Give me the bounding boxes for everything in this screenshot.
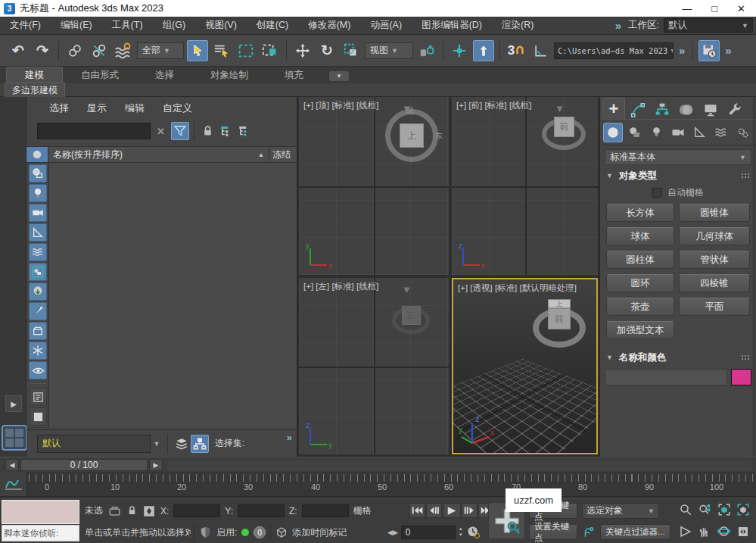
- zoom-all-icon[interactable]: [698, 503, 712, 516]
- workspace-dropdown[interactable]: 默认 ▼: [664, 18, 753, 33]
- menu-modifiers[interactable]: 修改器(M): [298, 17, 360, 34]
- display-groups-toggle[interactable]: [29, 263, 47, 281]
- explorer-search-input[interactable]: [37, 123, 151, 139]
- search-filter-button[interactable]: [171, 122, 189, 140]
- display-frozen-toggle[interactable]: [29, 342, 47, 360]
- set-key-button[interactable]: 设置关键点: [529, 524, 577, 540]
- angle-snap-toggle-icon[interactable]: [530, 40, 551, 61]
- key-step-arrows-icon[interactable]: ◀▶: [387, 529, 398, 536]
- next-frame-button[interactable]: [462, 503, 478, 518]
- close-button[interactable]: ✕: [737, 3, 745, 14]
- viewcube-perspective[interactable]: 上 前: [531, 296, 587, 352]
- y-coordinate-field[interactable]: [238, 504, 285, 517]
- time-configuration-icon[interactable]: [466, 525, 481, 539]
- adaptive-degradation-shield-icon[interactable]: [199, 526, 212, 539]
- object-name-input[interactable]: [605, 369, 727, 385]
- box-button[interactable]: 长方体: [606, 204, 674, 222]
- window-crossing-toggle[interactable]: [260, 40, 281, 61]
- category-cameras[interactable]: [668, 123, 688, 142]
- expand-hierarchy-icon[interactable]: [217, 122, 235, 140]
- x-coordinate-field[interactable]: [173, 504, 220, 517]
- time-slider-handle[interactable]: 0 / 100: [20, 459, 148, 471]
- tab-utilities[interactable]: [723, 101, 746, 119]
- category-geometry[interactable]: [603, 123, 623, 142]
- explorer-overflow-icon[interactable]: »: [287, 432, 292, 443]
- bind-spacewarp-icon[interactable]: [113, 40, 134, 61]
- geosphere-button[interactable]: 几何球体: [679, 227, 750, 245]
- mini-curve-editor-button[interactable]: [0, 472, 27, 496]
- select-object-button[interactable]: [187, 40, 208, 61]
- keyable-icon[interactable]: [582, 526, 596, 539]
- select-by-name-button[interactable]: [211, 40, 232, 61]
- viewport-front-label[interactable]: [+] [前] [标准] [线框]: [456, 100, 531, 111]
- unlink-icon[interactable]: [89, 40, 110, 61]
- use-pivot-center-button[interactable]: [416, 40, 437, 61]
- viewcube-top[interactable]: 上 北 东: [384, 108, 440, 164]
- tab-hierarchy[interactable]: [651, 101, 674, 119]
- previous-frame-button[interactable]: [426, 503, 442, 518]
- object-type-rollout[interactable]: ▼ 对象类型: [603, 168, 753, 183]
- tab-modify[interactable]: [627, 101, 649, 119]
- viewport-left[interactable]: [+] [左] [标准] [线框] ▼ 左 yz: [299, 278, 449, 454]
- orbit-icon[interactable]: [717, 524, 731, 538]
- go-to-start-button[interactable]: [409, 503, 425, 518]
- command-panel-scrollbar[interactable]: [753, 97, 755, 457]
- tube-button[interactable]: 管状体: [679, 251, 750, 269]
- undo-button[interactable]: ↶: [8, 40, 29, 61]
- redo-button[interactable]: ↷: [32, 40, 53, 61]
- selection-lock-icon[interactable]: [126, 504, 138, 517]
- explorer-object-list[interactable]: [48, 163, 297, 428]
- name-color-rollout[interactable]: ▼ 名称和颜色: [603, 350, 753, 365]
- select-move-button[interactable]: [292, 40, 313, 61]
- explorer-blank-icon[interactable]: [29, 407, 47, 426]
- pyramid-button[interactable]: 四棱锥: [679, 274, 750, 292]
- selection-filter-dropdown[interactable]: 全部 ▼: [137, 42, 184, 59]
- ribbon-tab-populate[interactable]: 填充: [266, 67, 322, 83]
- display-lights-toggle[interactable]: [29, 184, 47, 202]
- zoom-extents-icon[interactable]: [717, 503, 731, 516]
- minimize-button[interactable]: —: [682, 3, 692, 14]
- clear-search-icon[interactable]: ✕: [157, 126, 165, 137]
- menu-overflow-icon[interactable]: »: [615, 19, 621, 32]
- project-folder-field[interactable]: C:\Users\ad⋯ds Max 2023 ▼: [554, 42, 674, 59]
- category-helpers[interactable]: [690, 123, 710, 142]
- torus-button[interactable]: 圆环: [606, 274, 674, 292]
- sort-by-type-column[interactable]: [26, 147, 48, 162]
- mini-listener-label[interactable]: 脚本迷你侦听:: [2, 525, 79, 541]
- ribbon-subtab-polygon-modeling[interactable]: 多边形建模: [5, 83, 65, 98]
- menu-create[interactable]: 创建(C): [247, 17, 298, 34]
- display-spacewarps-toggle[interactable]: [29, 243, 47, 261]
- collapse-hierarchy-icon[interactable]: [235, 122, 254, 140]
- teapot-button[interactable]: 茶壶: [606, 298, 674, 316]
- explorer-menu-select[interactable]: 选择: [40, 101, 78, 115]
- track-bar[interactable]: 0 10 20 30 40 50 60 70 80 90 100: [0, 472, 756, 498]
- display-bones-toggle[interactable]: [29, 302, 47, 320]
- frame-spinner[interactable]: ▲▼: [459, 526, 463, 537]
- layer-explorer-icon[interactable]: [173, 435, 191, 453]
- use-pivot-point-button[interactable]: [473, 40, 494, 61]
- isolate-selection-icon[interactable]: [107, 504, 122, 518]
- menu-rendering[interactable]: 渲染(R): [492, 17, 543, 34]
- z-coordinate-field[interactable]: [302, 504, 349, 517]
- plane-button[interactable]: 平面: [679, 298, 750, 316]
- autosave-button[interactable]: [698, 40, 720, 61]
- zoom-region-icon[interactable]: [679, 525, 692, 538]
- cylinder-button[interactable]: 圆柱体: [606, 251, 674, 269]
- pan-hand-icon[interactable]: [698, 525, 711, 538]
- lock-explorer-icon[interactable]: [199, 122, 217, 140]
- toolbar-overflow2-icon[interactable]: »: [725, 44, 731, 57]
- next-frame-arrow[interactable]: ▶: [149, 459, 163, 471]
- frozen-column-header[interactable]: 冻结: [269, 147, 297, 162]
- expand-panel-button[interactable]: ▶: [5, 395, 22, 412]
- explorer-menu-edit[interactable]: 编辑: [116, 101, 154, 115]
- display-cameras-toggle[interactable]: [29, 204, 47, 222]
- viewcube-front[interactable]: 前: [540, 108, 587, 154]
- text-plus-button[interactable]: 加强型文本: [606, 321, 674, 339]
- cone-button[interactable]: 圆锥体: [679, 204, 750, 222]
- tab-display[interactable]: [699, 101, 722, 119]
- ribbon-tab-selection[interactable]: 选择: [137, 67, 192, 83]
- category-shapes[interactable]: [625, 123, 645, 142]
- tab-motion[interactable]: [675, 101, 698, 119]
- category-spacewarps[interactable]: [712, 123, 732, 142]
- explorer-menu-display[interactable]: 显示: [78, 101, 116, 115]
